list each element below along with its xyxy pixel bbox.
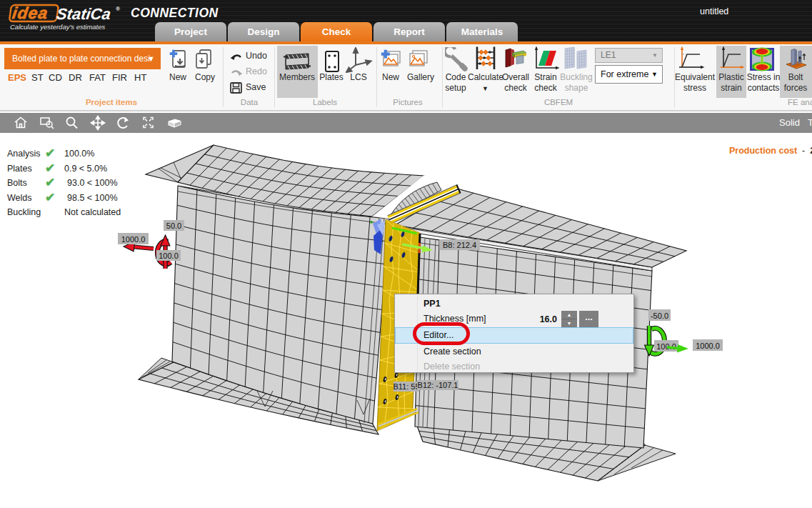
svg-text:®: ® <box>116 6 120 12</box>
svg-text:idea: idea <box>11 4 50 22</box>
svg-text:-50.0: -50.0 <box>651 312 668 320</box>
svg-text:CONNECTION: CONNECTION <box>131 6 219 20</box>
svg-text:1000.0: 1000.0 <box>696 342 720 350</box>
svg-text:1000.0: 1000.0 <box>121 235 146 244</box>
svg-text:50.0: 50.0 <box>166 221 181 230</box>
svg-text:B11: 55: B11: 55 <box>393 382 419 391</box>
svg-text:100.0: 100.0 <box>656 342 676 351</box>
svg-text:Calculate yesterday's estimate: Calculate yesterday's estimates <box>10 23 106 31</box>
svg-text:StatiCa: StatiCa <box>56 5 112 23</box>
svg-text:100.0: 100.0 <box>159 251 179 260</box>
svg-text:B12: -107.1: B12: -107.1 <box>418 381 458 389</box>
svg-text:B8: 212.4: B8: 212.4 <box>443 241 476 249</box>
